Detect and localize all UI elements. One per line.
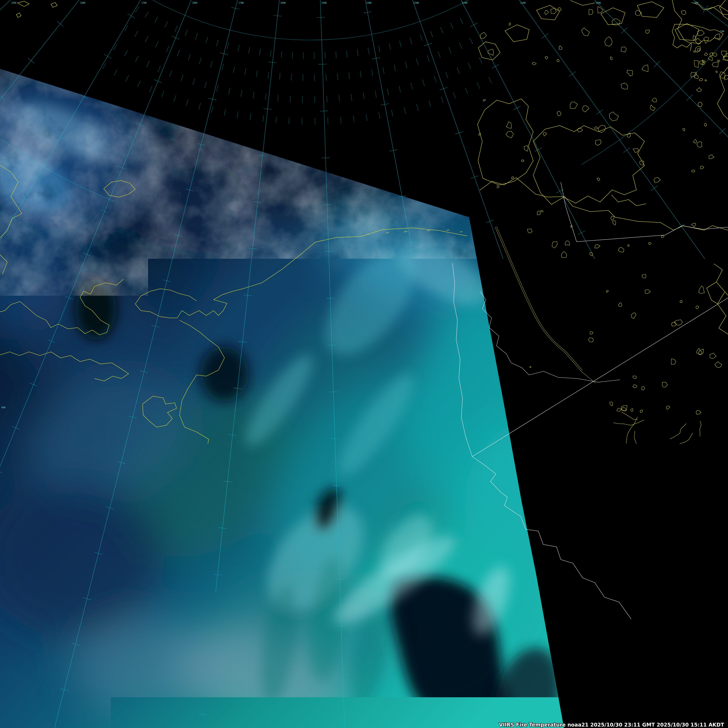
graticule-label: 100W <box>595 2 601 4</box>
graticule-label: 170W <box>239 2 244 4</box>
caption-text: VIIRS Fire Temperature noaa21 2025/10/30… <box>499 722 724 728</box>
graticule-label: 150W <box>321 2 327 4</box>
graticule-label: 90W <box>694 2 699 4</box>
graticule-label: 50N <box>720 604 724 607</box>
graticule-label: 150W <box>364 725 369 727</box>
graticule-label: 60N <box>2 406 5 409</box>
graticule-label: 130W <box>413 2 419 4</box>
graticule-minor-tick <box>302 118 302 124</box>
graticule-label: 170W <box>56 725 61 727</box>
graticule-label: 50N <box>2 651 5 653</box>
open-cell-cumulus-field <box>0 497 231 728</box>
graticule-label: 110W <box>520 2 526 4</box>
viirs-satellite-scene: 150E160E170E180E170W160W150W140W130W120W… <box>0 0 728 728</box>
graticule-label: 160W <box>280 2 286 4</box>
graticule-label: 160E <box>80 2 86 4</box>
graticule-label: 140W <box>366 2 372 4</box>
graticule-label: 170E <box>142 2 147 4</box>
graticule-label: 160W <box>213 725 218 727</box>
graticule-label: 180E <box>192 2 197 4</box>
graticule-label: 120W <box>462 2 467 4</box>
graticule-label: 150E <box>11 2 17 4</box>
